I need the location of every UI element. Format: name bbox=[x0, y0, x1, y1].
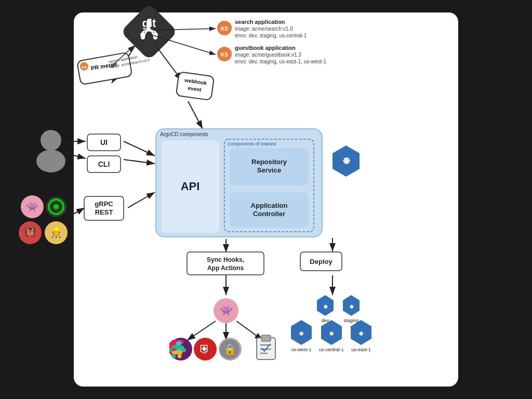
svg-point-19 bbox=[36, 150, 65, 172]
slack-icon bbox=[169, 338, 191, 363]
svg-point-27 bbox=[49, 200, 63, 214]
svg-point-24 bbox=[21, 195, 44, 218]
svg-point-129 bbox=[178, 341, 182, 345]
svg-point-18 bbox=[41, 130, 61, 151]
svg-text:+: + bbox=[202, 344, 208, 355]
svg-rect-126 bbox=[172, 345, 182, 349]
lock-shield-icon: 🔒 bbox=[219, 339, 240, 362]
svg-point-130 bbox=[172, 354, 176, 358]
red-shield-icon: ⛨ + bbox=[194, 339, 215, 362]
main-diagram-container bbox=[74, 12, 458, 387]
svg-text:👾: 👾 bbox=[26, 201, 38, 212]
svg-point-26 bbox=[46, 196, 66, 217]
svg-point-128 bbox=[172, 341, 176, 345]
svg-text:👹: 👹 bbox=[24, 227, 36, 238]
svg-rect-127 bbox=[172, 351, 182, 354]
svg-text:🔒: 🔒 bbox=[223, 343, 236, 355]
svg-text:👷: 👷 bbox=[50, 227, 62, 238]
svg-point-31 bbox=[45, 221, 68, 244]
svg-point-28 bbox=[54, 204, 59, 209]
svg-point-29 bbox=[19, 221, 42, 244]
svg-point-131 bbox=[178, 354, 182, 358]
